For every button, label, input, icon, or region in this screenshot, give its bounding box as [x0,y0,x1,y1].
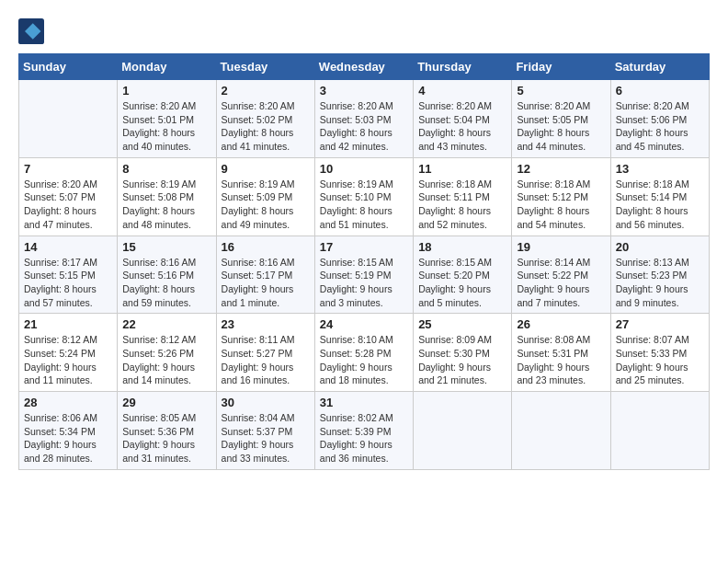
day-number: 17 [320,240,408,254]
day-number: 3 [320,84,408,98]
calendar-cell: 1Sunrise: 8:20 AMSunset: 5:01 PMDaylight… [118,80,216,158]
day-info: Sunrise: 8:19 AMSunset: 5:08 PMDaylight:… [122,178,210,232]
calendar-cell: 11Sunrise: 8:18 AMSunset: 5:11 PMDayligh… [414,157,512,236]
calendar-cell: 9Sunrise: 8:19 AMSunset: 5:09 PMDaylight… [216,157,314,236]
day-info: Sunrise: 8:20 AMSunset: 5:04 PMDaylight:… [418,99,506,154]
calendar-cell: 3Sunrise: 8:20 AMSunset: 5:03 PMDaylight… [314,80,413,158]
day-number: 5 [517,84,605,98]
calendar-header-row: SundayMondayTuesdayWednesdayThursdayFrid… [19,54,710,80]
column-header-wednesday: Wednesday [314,54,413,80]
day-number: 26 [517,317,605,331]
calendar-cell: 25Sunrise: 8:09 AMSunset: 5:30 PMDayligh… [414,314,512,392]
column-header-friday: Friday [512,54,610,80]
day-info: Sunrise: 8:15 AMSunset: 5:20 PMDaylight:… [418,256,506,310]
calendar-cell: 12Sunrise: 8:18 AMSunset: 5:12 PMDayligh… [512,157,610,236]
day-number: 12 [517,162,605,176]
column-header-thursday: Thursday [414,54,512,80]
day-info: Sunrise: 8:15 AMSunset: 5:19 PMDaylight:… [320,256,408,310]
calendar-week-row: 7Sunrise: 8:20 AMSunset: 5:07 PMDaylight… [19,157,710,236]
calendar-week-row: 14Sunrise: 8:17 AMSunset: 5:15 PMDayligh… [19,236,710,314]
day-info: Sunrise: 8:16 AMSunset: 5:17 PMDaylight:… [222,256,310,310]
day-number: 2 [222,84,310,98]
day-info: Sunrise: 8:10 AMSunset: 5:28 PMDaylight:… [320,333,408,387]
day-number: 27 [616,317,704,331]
column-header-tuesday: Tuesday [216,54,314,80]
day-info: Sunrise: 8:20 AMSunset: 5:01 PMDaylight:… [122,99,210,154]
day-number: 22 [122,317,210,331]
day-number: 13 [616,162,704,176]
calendar-cell: 22Sunrise: 8:12 AMSunset: 5:26 PMDayligh… [118,314,216,392]
day-info: Sunrise: 8:08 AMSunset: 5:31 PMDaylight:… [517,333,605,387]
day-number: 15 [122,240,210,254]
calendar-body: 1Sunrise: 8:20 AMSunset: 5:01 PMDaylight… [19,80,710,470]
day-number: 24 [320,317,408,331]
calendar-cell: 27Sunrise: 8:07 AMSunset: 5:33 PMDayligh… [610,314,709,392]
day-info: Sunrise: 8:17 AMSunset: 5:15 PMDaylight:… [24,256,112,310]
calendar-cell: 4Sunrise: 8:20 AMSunset: 5:04 PMDaylight… [414,80,512,158]
day-info: Sunrise: 8:18 AMSunset: 5:11 PMDaylight:… [418,178,506,232]
calendar-cell: 23Sunrise: 8:11 AMSunset: 5:27 PMDayligh… [216,314,314,392]
column-header-monday: Monday [118,54,216,80]
day-info: Sunrise: 8:05 AMSunset: 5:36 PMDaylight:… [122,411,210,465]
column-header-sunday: Sunday [19,54,118,80]
day-info: Sunrise: 8:19 AMSunset: 5:09 PMDaylight:… [222,178,310,232]
day-number: 8 [122,162,210,176]
calendar-week-row: 1Sunrise: 8:20 AMSunset: 5:01 PMDaylight… [19,80,710,158]
calendar-cell: 13Sunrise: 8:18 AMSunset: 5:14 PMDayligh… [610,157,709,236]
day-number: 29 [122,396,210,409]
calendar-cell: 10Sunrise: 8:19 AMSunset: 5:10 PMDayligh… [314,157,413,236]
column-header-saturday: Saturday [610,54,709,80]
logo [18,18,46,44]
day-number: 18 [418,240,506,254]
day-number: 14 [24,240,112,254]
calendar-cell: 2Sunrise: 8:20 AMSunset: 5:02 PMDaylight… [216,80,314,158]
day-number: 10 [320,162,408,176]
calendar-cell: 8Sunrise: 8:19 AMSunset: 5:08 PMDaylight… [118,157,216,236]
calendar-cell: 29Sunrise: 8:05 AMSunset: 5:36 PMDayligh… [118,392,216,470]
day-info: Sunrise: 8:12 AMSunset: 5:26 PMDaylight:… [122,333,210,387]
day-info: Sunrise: 8:06 AMSunset: 5:34 PMDaylight:… [24,411,112,465]
calendar-cell [610,392,709,470]
day-info: Sunrise: 8:07 AMSunset: 5:33 PMDaylight:… [616,333,704,387]
day-number: 9 [222,162,310,176]
day-number: 6 [616,84,704,98]
day-number: 30 [222,396,310,409]
day-number: 21 [24,317,112,331]
calendar-cell: 5Sunrise: 8:20 AMSunset: 5:05 PMDaylight… [512,80,610,158]
calendar-cell: 21Sunrise: 8:12 AMSunset: 5:24 PMDayligh… [19,314,118,392]
calendar-cell: 26Sunrise: 8:08 AMSunset: 5:31 PMDayligh… [512,314,610,392]
calendar-cell: 15Sunrise: 8:16 AMSunset: 5:16 PMDayligh… [118,236,216,314]
day-info: Sunrise: 8:18 AMSunset: 5:12 PMDaylight:… [517,178,605,232]
day-info: Sunrise: 8:09 AMSunset: 5:30 PMDaylight:… [418,333,506,387]
day-info: Sunrise: 8:04 AMSunset: 5:37 PMDaylight:… [222,411,310,465]
day-info: Sunrise: 8:20 AMSunset: 5:05 PMDaylight:… [517,99,605,154]
day-info: Sunrise: 8:20 AMSunset: 5:07 PMDaylight:… [24,178,112,232]
day-info: Sunrise: 8:02 AMSunset: 5:39 PMDaylight:… [320,411,408,465]
calendar-cell: 7Sunrise: 8:20 AMSunset: 5:07 PMDaylight… [19,157,118,236]
day-info: Sunrise: 8:12 AMSunset: 5:24 PMDaylight:… [24,333,112,387]
day-number: 1 [122,84,210,98]
page-header [18,18,710,44]
day-info: Sunrise: 8:20 AMSunset: 5:03 PMDaylight:… [320,99,408,154]
day-number: 7 [24,162,112,176]
calendar-cell: 31Sunrise: 8:02 AMSunset: 5:39 PMDayligh… [314,392,413,470]
calendar-cell: 14Sunrise: 8:17 AMSunset: 5:15 PMDayligh… [19,236,118,314]
day-info: Sunrise: 8:20 AMSunset: 5:02 PMDaylight:… [222,99,310,154]
day-number: 20 [616,240,704,254]
day-number: 25 [418,317,506,331]
day-info: Sunrise: 8:18 AMSunset: 5:14 PMDaylight:… [616,178,704,232]
calendar-cell: 17Sunrise: 8:15 AMSunset: 5:19 PMDayligh… [314,236,413,314]
day-number: 23 [222,317,310,331]
calendar-table: SundayMondayTuesdayWednesdayThursdayFrid… [18,53,710,470]
calendar-cell: 18Sunrise: 8:15 AMSunset: 5:20 PMDayligh… [414,236,512,314]
day-number: 19 [517,240,605,254]
calendar-cell: 19Sunrise: 8:14 AMSunset: 5:22 PMDayligh… [512,236,610,314]
calendar-cell: 28Sunrise: 8:06 AMSunset: 5:34 PMDayligh… [19,392,118,470]
day-info: Sunrise: 8:16 AMSunset: 5:16 PMDaylight:… [122,256,210,310]
day-number: 4 [418,84,506,98]
day-info: Sunrise: 8:11 AMSunset: 5:27 PMDaylight:… [222,333,310,387]
day-info: Sunrise: 8:14 AMSunset: 5:22 PMDaylight:… [517,256,605,310]
day-info: Sunrise: 8:19 AMSunset: 5:10 PMDaylight:… [320,178,408,232]
calendar-cell: 16Sunrise: 8:16 AMSunset: 5:17 PMDayligh… [216,236,314,314]
day-number: 31 [320,396,408,409]
